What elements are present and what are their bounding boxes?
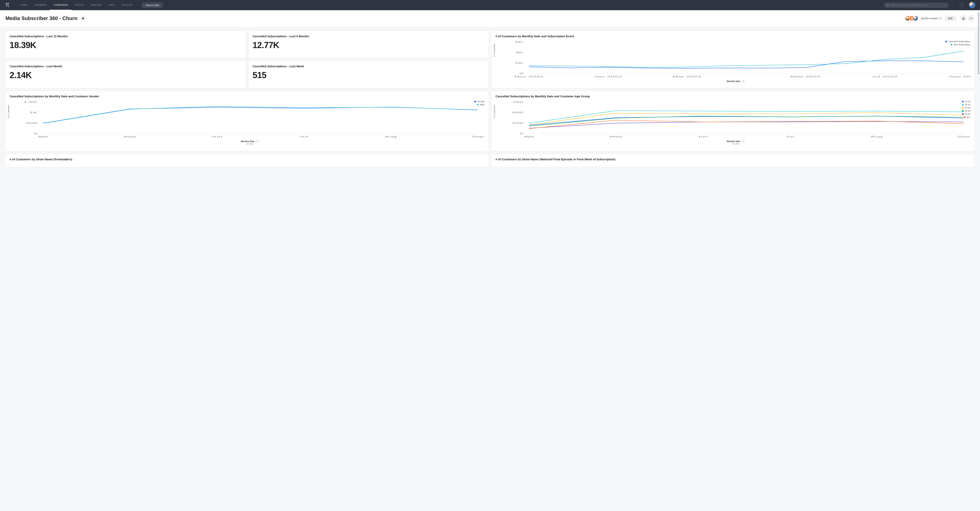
y-axis-label: # of Customers [493, 105, 495, 118]
chart-card-customers-by-event[interactable]: # of Customers by Monthly Date and Subsc… [492, 31, 975, 88]
kpi-title: Cancelled Subscriptions - Last Week [253, 65, 485, 68]
svg-text:May 2022: May 2022 [790, 75, 821, 78]
svg-text:500: 500 [512, 112, 523, 113]
svg-text:Sep: Sep [472, 136, 484, 138]
card-title: # of Customers by Monthly Date and Subsc… [495, 35, 970, 38]
legend-item[interactable]: 45-54 [962, 110, 970, 112]
legend-item[interactable]: 35-44 [962, 107, 970, 109]
nav-link-answers[interactable]: ANSWERS [31, 0, 50, 10]
x-axis-label: Monthly Date [727, 140, 740, 142]
edit-button[interactable]: Edit [944, 16, 956, 21]
legend-swatch [962, 110, 964, 112]
x-axis-label: Monthly Date [241, 140, 255, 142]
svg-text:Jul: Jul [299, 136, 308, 138]
legend-swatch [945, 41, 947, 42]
legend-item[interactable]: 25-34 [962, 104, 970, 106]
share-icon [962, 17, 965, 20]
svg-text:Apr: Apr [38, 136, 48, 138]
legend-item[interactable]: 65+ [962, 116, 970, 118]
svg-text:Sep: Sep [958, 136, 970, 138]
svg-point-4 [887, 4, 888, 6]
nav-link-develop[interactable]: DEVELOP [118, 0, 136, 10]
legend-label: 55-64 [965, 113, 970, 115]
legend-item[interactable]: 18-24 [962, 100, 970, 103]
legend-item[interactable]: Cancelled Subscription [945, 40, 970, 43]
svg-text:0: 0 [520, 72, 523, 75]
svg-text:Aug: Aug [870, 136, 883, 138]
svg-text:May: May [124, 136, 137, 138]
svg-point-3 [9, 6, 9, 7]
sort-ascending-icon[interactable]: ↑ [742, 80, 745, 83]
global-search-input[interactable] [891, 4, 946, 7]
nav-link-home[interactable]: HOME [17, 0, 31, 10]
legend-label: Female [477, 100, 485, 103]
nav-link-spotiq[interactable]: SPOTIQ [72, 0, 88, 10]
nav-link-monitor[interactable]: MONITOR [88, 0, 105, 10]
svg-text:1K: 1K [29, 112, 38, 113]
chart-card-cancelled-by-gender[interactable]: Cancelled Subscriptions by Monthly Date … [5, 91, 488, 151]
kpi-card[interactable]: Cancelled Subscriptions - Last 12 Months… [5, 31, 246, 58]
favorite-button[interactable] [80, 15, 86, 21]
svg-text:Jun: Jun [697, 136, 708, 138]
collaborator-avatars[interactable]: S [907, 16, 918, 21]
page-header: Media Subscriber 360 - Churn S Spotflix … [0, 10, 980, 27]
svg-rect-7 [963, 18, 964, 19]
scrollbar-thumb[interactable] [978, 12, 979, 75]
sort-ascending-icon[interactable]: ↑ [742, 140, 745, 143]
svg-text:Nov 2021: Nov 2021 [514, 75, 544, 78]
legend-swatch [474, 101, 476, 102]
share-button[interactable] [960, 15, 967, 22]
svg-point-9 [971, 18, 971, 18]
svg-text:750: 750 [512, 101, 523, 103]
chart-card-freeloaders[interactable]: # of Customers by Show Name (Freeloaders… [5, 154, 488, 167]
card-title: # of Customers by Show Name (Freeloaders… [10, 158, 485, 161]
kpi-card[interactable]: Cancelled Subscriptions - Last Week515 [248, 61, 489, 88]
legend-swatch [962, 107, 964, 109]
search-data-button[interactable]: Search data [142, 2, 163, 8]
scrollbar[interactable] [978, 10, 979, 172]
svg-line-5 [888, 5, 889, 6]
legend-item[interactable]: New Subscription [945, 43, 970, 46]
chart-legend: Cancelled SubscriptionNew Subscription [945, 40, 970, 46]
legend-swatch [962, 101, 964, 102]
svg-text:Aug: Aug [385, 136, 397, 138]
x-axis-label: Monthly Date [727, 80, 740, 82]
y-axis-label: # of Customers [493, 43, 495, 57]
card-title: Cancelled Subscriptions by Monthly Date … [10, 94, 485, 98]
nav-links: HOMEANSWERSLIVEBOARDSSPOTIQMONITORDATADE… [17, 0, 136, 10]
help-button[interactable]: ? [959, 2, 965, 8]
global-search[interactable] [884, 3, 948, 8]
chart-plot: # of Customers Cancelled SubscriptionNew… [495, 40, 970, 85]
svg-point-10 [972, 18, 972, 18]
legend-label: New Subscription [953, 43, 970, 46]
collaborators-label[interactable]: Spotflix Analyst +2 [921, 17, 942, 20]
legend-item[interactable]: Female [474, 100, 485, 103]
card-title: # of Customers by Show Name (Watched Fin… [495, 158, 970, 161]
chart-legend: 18-2425-3435-4445-5455-6465+ [962, 100, 970, 119]
kpi-value: 12.77K [253, 40, 485, 50]
more-button[interactable] [968, 15, 975, 22]
search-icon [886, 4, 889, 6]
legend-swatch [951, 44, 952, 46]
kpi-card[interactable]: Cancelled Subscriptions - Last 6 Months1… [248, 31, 489, 58]
user-avatar[interactable] [969, 2, 975, 8]
liveboard-grid: Cancelled Subscriptions - Last 12 Months… [0, 27, 980, 172]
legend-swatch [962, 104, 964, 105]
top-nav: HOMEANSWERSLIVEBOARDSSPOTIQMONITORDATADE… [0, 0, 980, 10]
chart-card-cancelled-by-age[interactable]: Cancelled Subscriptions by Monthly Date … [492, 91, 975, 151]
page-title: Media Subscriber 360 - Churn [5, 15, 78, 21]
svg-point-8 [970, 18, 970, 18]
avatar [913, 16, 918, 21]
sort-ascending-icon[interactable]: ↑ [256, 140, 259, 143]
nav-link-data[interactable]: DATA [105, 0, 118, 10]
app-logo[interactable] [5, 3, 10, 8]
nav-link-liveboards[interactable]: LIVEBOARDS [50, 0, 72, 10]
x-axis-sublabel: for 2022 [501, 143, 970, 145]
legend-item[interactable]: Male [474, 104, 485, 106]
svg-text:4K: 4K [515, 51, 523, 54]
legend-item[interactable]: 55-64 [962, 113, 970, 115]
svg-text:Jul 2022: Jul 2022 [872, 75, 897, 78]
kpi-card[interactable]: Cancelled Subscriptions - Last Month2.14… [5, 61, 246, 88]
chart-card-final-week[interactable]: # of Customers by Show Name (Watched Fin… [492, 154, 975, 167]
legend-swatch [962, 113, 964, 115]
